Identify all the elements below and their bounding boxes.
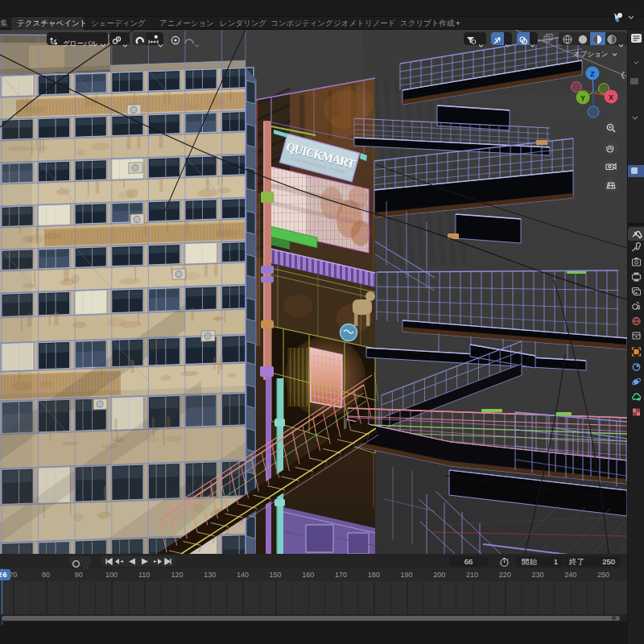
svg-text:Y: Y [580, 94, 585, 102]
svg-text:X: X [609, 93, 613, 101]
svg-text:Z: Z [590, 70, 595, 78]
